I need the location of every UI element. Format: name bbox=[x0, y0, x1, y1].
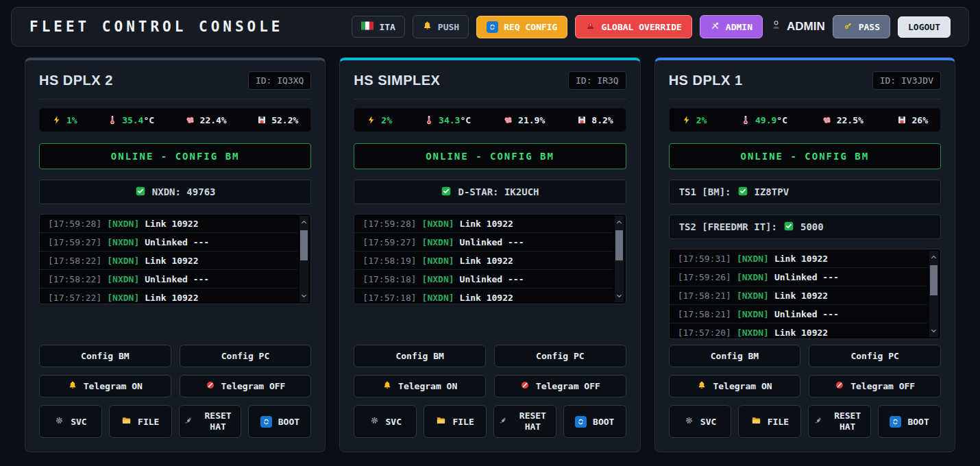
lightning-icon bbox=[682, 115, 691, 125]
svc-button[interactable]: SVC bbox=[39, 405, 102, 438]
chevron-down-icon[interactable] bbox=[930, 324, 938, 337]
disk-stat: 26% bbox=[897, 115, 927, 125]
push-label: PUSH bbox=[438, 22, 459, 32]
device-card-hs-dplx-1: HS DPLX 1 ID: IV3JDV 2% 49.9°C 22.5% 26%… bbox=[654, 58, 955, 452]
log-panel: [17:59:31][NXDN]Link 10922 [17:59:26][NX… bbox=[669, 249, 941, 339]
tools-icon bbox=[710, 21, 720, 33]
log-tag: [NXDN] bbox=[107, 237, 139, 247]
config-pc-button[interactable]: Config PC bbox=[809, 345, 941, 367]
power-value: 2% bbox=[381, 115, 392, 125]
log-message: Link 10922 bbox=[145, 293, 198, 303]
temp-stat: 34.3°C bbox=[424, 115, 471, 125]
bell-icon bbox=[68, 380, 77, 392]
thermometer-icon bbox=[108, 115, 117, 125]
disk-stat: 8.2% bbox=[577, 115, 613, 125]
config-pc-button[interactable]: Config PC bbox=[494, 345, 626, 367]
reset-hat-button[interactable]: RESET HAT bbox=[808, 405, 871, 438]
logout-button[interactable]: LOGOUT bbox=[898, 16, 951, 38]
log-time: [17:59:27] bbox=[48, 237, 101, 247]
log-message: Unlinked --- bbox=[460, 274, 524, 284]
log-tag: [NXDN] bbox=[737, 309, 769, 319]
refresh-icon bbox=[260, 416, 272, 428]
admin-panel-button[interactable]: ADMIN bbox=[700, 15, 763, 38]
log-entry: [17:59:31][NXDN]Link 10922 bbox=[670, 249, 927, 268]
log-time: [17:58:21] bbox=[678, 291, 731, 301]
config-pc-label: Config PC bbox=[536, 351, 584, 361]
log-entry: [17:58:21][NXDN]Unlinked --- bbox=[670, 305, 927, 323]
prohibited-icon bbox=[835, 380, 844, 392]
chevron-up-icon[interactable] bbox=[930, 251, 938, 264]
scrollbar-thumb[interactable] bbox=[300, 230, 308, 260]
pass-button[interactable]: PASS bbox=[833, 15, 890, 38]
ts2-info-box: TS2 [FREEDMR IT]: 5000 bbox=[669, 214, 941, 239]
status-banner: ONLINE - CONFIG BM bbox=[39, 143, 311, 169]
log-scrollbar[interactable] bbox=[299, 216, 308, 302]
disk-value: 52.2% bbox=[271, 115, 298, 125]
card-title: HS DPLX 1 bbox=[669, 73, 743, 88]
chevron-down-icon[interactable] bbox=[615, 289, 623, 302]
config-bm-button[interactable]: Config BM bbox=[354, 345, 486, 367]
boot-button[interactable]: BOOT bbox=[878, 405, 941, 438]
telegram-off-button[interactable]: Telegram OFF bbox=[180, 375, 312, 397]
disk-value: 8.2% bbox=[591, 115, 613, 125]
global-override-button[interactable]: GLOBAL OVERRIDE bbox=[575, 15, 691, 38]
telegram-on-button[interactable]: Telegram ON bbox=[354, 375, 486, 397]
log-message: Link 10922 bbox=[774, 291, 828, 301]
cpu-value: 22.5% bbox=[837, 115, 863, 125]
file-button[interactable]: FILE bbox=[424, 405, 487, 438]
telegram-off-button[interactable]: Telegram OFF bbox=[809, 375, 941, 397]
chevron-up-icon[interactable] bbox=[615, 216, 623, 229]
device-id-badge: ID: IR3Q bbox=[568, 71, 626, 90]
reset-hat-label: RESET HAT bbox=[829, 410, 866, 433]
config-bm-button[interactable]: Config BM bbox=[39, 345, 171, 367]
req-config-button[interactable]: REQ CONFIG bbox=[476, 16, 567, 38]
gear-icon bbox=[369, 415, 380, 428]
log-message: Link 10922 bbox=[460, 293, 513, 303]
log-tag: [NXDN] bbox=[422, 256, 454, 266]
reset-hat-label: RESET HAT bbox=[199, 410, 236, 433]
file-button[interactable]: FILE bbox=[109, 405, 172, 438]
scrollbar-thumb[interactable] bbox=[930, 265, 938, 295]
pass-label: PASS bbox=[859, 22, 880, 32]
refresh-icon bbox=[487, 21, 498, 33]
config-pc-button[interactable]: Config PC bbox=[180, 345, 312, 367]
chevron-up-icon[interactable] bbox=[300, 216, 308, 229]
thermometer-icon bbox=[741, 115, 750, 125]
telegram-on-button[interactable]: Telegram ON bbox=[669, 375, 801, 397]
language-button[interactable]: ITA bbox=[352, 16, 404, 38]
reset-hat-button[interactable]: RESET HAT bbox=[179, 405, 242, 438]
divider bbox=[354, 99, 626, 99]
chevron-down-icon[interactable] bbox=[300, 289, 308, 302]
reset-hat-button[interactable]: RESET HAT bbox=[493, 405, 556, 438]
log-scrollbar[interactable] bbox=[929, 251, 938, 337]
floppy-icon bbox=[897, 115, 907, 125]
info-value: 5000 bbox=[800, 221, 824, 232]
log-rows: [17:59:28][NXDN]Link 10922 [17:59:27][NX… bbox=[354, 214, 612, 304]
device-id-badge: ID: IV3JDV bbox=[872, 71, 941, 90]
thermometer-icon bbox=[424, 115, 434, 125]
status-banner: ONLINE - CONFIG BM bbox=[354, 143, 626, 169]
svc-button[interactable]: SVC bbox=[354, 405, 417, 438]
log-scrollbar[interactable] bbox=[615, 216, 624, 302]
log-rows: [17:59:28][NXDN]Link 10922 [17:59:27][NX… bbox=[40, 214, 297, 304]
admin-button-label: ADMIN bbox=[726, 22, 752, 32]
boot-button[interactable]: BOOT bbox=[563, 405, 626, 438]
log-message: Unlinked --- bbox=[145, 237, 209, 247]
lightning-icon bbox=[52, 115, 62, 125]
file-button[interactable]: FILE bbox=[738, 405, 801, 438]
user-label: ADMIN bbox=[787, 20, 825, 34]
log-message: Link 10922 bbox=[145, 256, 198, 266]
boot-button[interactable]: BOOT bbox=[248, 405, 311, 438]
telegram-on-button[interactable]: Telegram ON bbox=[39, 375, 171, 397]
push-button[interactable]: PUSH bbox=[413, 15, 469, 38]
scrollbar-thumb[interactable] bbox=[615, 230, 623, 260]
card-title: HS SIMPLEX bbox=[354, 73, 440, 88]
italy-flag-icon bbox=[361, 21, 373, 32]
check-icon bbox=[441, 186, 452, 199]
log-time: [17:58:18] bbox=[363, 274, 416, 284]
telegram-off-button[interactable]: Telegram OFF bbox=[494, 375, 626, 397]
svc-button[interactable]: SVC bbox=[669, 405, 732, 438]
config-bm-button[interactable]: Config BM bbox=[669, 345, 801, 367]
bell-icon bbox=[422, 21, 432, 33]
temp-value: 35.4 bbox=[122, 115, 143, 125]
